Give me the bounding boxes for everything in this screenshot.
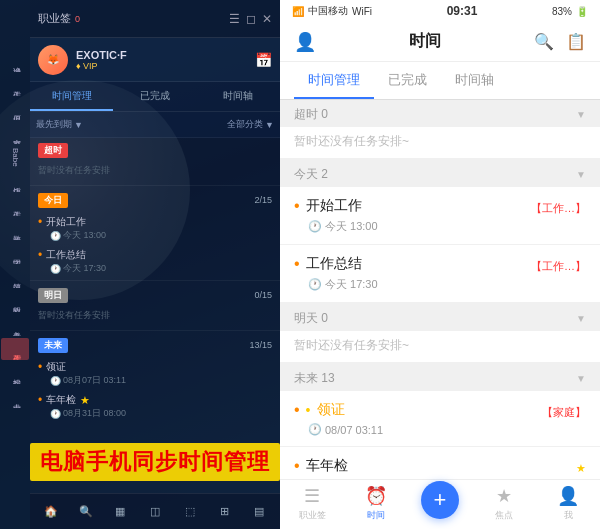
section-overtime-header: 超时 <box>30 138 280 162</box>
task-work-summary[interactable]: 工作总结 🕐 今天 17:30 <box>30 245 280 278</box>
section-future-header: 未来 13/15 <box>30 333 280 357</box>
sidebar-item-4[interactable]: Babe <box>1 146 29 168</box>
clock-icon: 🕐 <box>50 231 61 241</box>
menu-icon[interactable]: ☰ <box>229 12 240 26</box>
sidebar-item-11[interactable]: 美食 <box>1 314 29 336</box>
today-tag: 今日 <box>38 193 68 208</box>
profile-name: EXOTIC·F <box>76 49 247 61</box>
left-profile: 🦊 EXOTIC·F ♦ VIP 📅 <box>30 38 280 82</box>
r-task-license-time: 🕐 08/07 03:11 <box>294 423 586 436</box>
r-task-work-summary-row: 工作总结 【工作…】 <box>294 255 586 277</box>
tab-time-manage[interactable]: 时间管理 <box>30 82 113 111</box>
r-section-future: 未来 13 ▼ • 领证 【家庭】 🕐 08/07 03:11 车年检 <box>280 364 600 479</box>
category-filter[interactable]: 全部分类 ▼ <box>227 118 274 131</box>
task-car-inspection[interactable]: 车年检 ★ 🕐 08月31日 08:00 <box>30 390 280 423</box>
search-icon[interactable]: 🔍 <box>534 32 554 51</box>
r-task-car[interactable]: 车年检 ★ 🕐 08/31 08:00 <box>280 447 600 479</box>
r-task-work-summary[interactable]: 工作总结 【工作…】 🕐 今天 17:30 <box>280 245 600 302</box>
nav-bar: 👤 时间 🔍 📋 <box>280 22 600 62</box>
tab-timeline[interactable]: 时间轴 <box>197 82 280 111</box>
battery-pct: 83% <box>552 6 572 17</box>
sidebar-item-1[interactable]: 工作 <box>1 74 29 96</box>
sidebar-item-0[interactable]: 净城 <box>1 50 29 72</box>
sidebar-item-5[interactable]: 饭店 <box>1 170 29 192</box>
r-overtime-arrow[interactable]: ▼ <box>576 109 586 120</box>
left-bottom-menu[interactable]: ▤ <box>245 498 273 526</box>
nav-title: 时间 <box>409 31 441 52</box>
sidebar-item-13[interactable]: 我投 <box>1 362 29 384</box>
right-tab-timeline[interactable]: 时间轴 <box>441 62 508 99</box>
r-bottom-focus[interactable]: ★ 焦点 <box>479 485 529 522</box>
sidebar-item-7[interactable]: 散步 <box>1 218 29 240</box>
sidebar-item-6[interactable]: 工作 <box>1 194 29 216</box>
close-icon[interactable]: ✕ <box>262 12 272 26</box>
right-panel: 📶 中国移动 WiFi 09:31 83% 🔋 👤 时间 🔍 📋 时间管理 已完… <box>280 0 600 529</box>
calendar-icon[interactable]: 📅 <box>255 52 272 68</box>
r-task-start-work[interactable]: 开始工作 【工作…】 🕐 今天 13:00 <box>280 187 600 244</box>
task-work-summary-title: 工作总结 <box>38 248 272 262</box>
left-task-list: 超时 暂时没有任务安排 今日 2/15 开始工作 🕐 今天 13:00 <box>30 138 280 493</box>
r-today-header: 今天 2 ▼ <box>280 160 600 187</box>
r-overtime-title: 超时 0 <box>294 106 328 123</box>
r-bottom-me[interactable]: 👤 我 <box>543 485 593 522</box>
nav-avatar-icon: 👤 <box>294 31 316 53</box>
right-content: 超时 0 ▼ 暂时还没有任务安排~ 今天 2 ▼ 开始工作 【工作…】 🕐 今天… <box>280 100 600 479</box>
battery-icon: 🔋 <box>576 6 588 17</box>
star-icon: ★ <box>80 394 90 407</box>
left-bottom-grid1[interactable]: ▦ <box>106 498 134 526</box>
r-today-arrow[interactable]: ▼ <box>576 169 586 180</box>
r-section-today: 今天 2 ▼ 开始工作 【工作…】 🕐 今天 13:00 工作总结 【工作…】 <box>280 160 600 302</box>
sidebar-item-2[interactable]: 但愿 <box>1 98 29 120</box>
profile-info: EXOTIC·F ♦ VIP <box>76 49 247 71</box>
left-bottom-home[interactable]: 🏠 <box>37 498 65 526</box>
r-task-license[interactable]: • 领证 【家庭】 🕐 08/07 03:11 <box>280 391 600 446</box>
overlay-promo: 电脑手机同步时间管理 <box>30 443 280 481</box>
avatar: 🦊 <box>38 45 68 75</box>
left-bottom-search[interactable]: 🔍 <box>72 498 100 526</box>
tab-completed[interactable]: 已完成 <box>113 82 196 111</box>
r-bottom-time[interactable]: ⏰ 时间 <box>351 485 401 522</box>
sort-filter[interactable]: 最先到期 ▼ <box>36 118 83 131</box>
task-car-time: 🕐 08月31日 08:00 <box>38 407 272 420</box>
sidebar-item-14[interactable]: 专业 <box>1 386 29 408</box>
r-me-icon: 👤 <box>557 485 579 507</box>
clock-icon-2: 🕐 <box>50 264 61 274</box>
sidebar-item-12[interactable]: 工作 <box>1 338 29 360</box>
left-tabs: 时间管理 已完成 时间轴 <box>30 82 280 112</box>
future-count: 13/15 <box>249 340 272 350</box>
r-add-button[interactable]: + <box>421 481 459 519</box>
left-bottom-grid3[interactable]: ⬚ <box>176 498 204 526</box>
sidebar-item-3[interactable]: 家庭 <box>1 122 29 144</box>
r-clock-icon-3: 🕐 <box>308 423 322 436</box>
calendar-icon[interactable]: 📋 <box>566 32 586 51</box>
category-label: 全部分类 <box>227 118 263 131</box>
r-future-arrow[interactable]: ▼ <box>576 373 586 384</box>
sidebar-item-10[interactable]: 欧盟 <box>1 290 29 312</box>
task-license[interactable]: 领证 🕐 08月07日 03:11 <box>30 357 280 390</box>
left-header-icons: ☰ ◻ ✕ <box>229 12 272 26</box>
status-time: 09:31 <box>447 4 478 18</box>
grid-icon[interactable]: ◻ <box>246 12 256 26</box>
sidebar-item-9[interactable]: 笔记 <box>1 266 29 288</box>
section-tomorrow: 明日 0/15 暂时没有任务安排 <box>30 283 280 328</box>
right-tab-time-manage[interactable]: 时间管理 <box>294 62 374 99</box>
left-bottom-grid4[interactable]: ⊞ <box>210 498 238 526</box>
r-task-start-work-tag: 【工作…】 <box>531 201 586 216</box>
sort-chevron: ▼ <box>74 120 83 130</box>
right-tabs: 时间管理 已完成 时间轴 <box>280 62 600 100</box>
task-license-title: 领证 <box>38 360 272 374</box>
avatar-letter: 🦊 <box>47 54 59 65</box>
left-header-title: 职业签 0 <box>38 11 80 26</box>
signal-icon: 📶 <box>292 6 304 17</box>
left-bottom-grid2[interactable]: ◫ <box>141 498 169 526</box>
task-start-work[interactable]: 开始工作 🕐 今天 13:00 <box>30 212 280 245</box>
sidebar-item-8[interactable]: 团宝 <box>1 242 29 264</box>
r-bottom-job[interactable]: ☰ 职业签 <box>287 485 337 522</box>
r-tomorrow-arrow[interactable]: ▼ <box>576 313 586 324</box>
right-tab-completed[interactable]: 已完成 <box>374 62 441 99</box>
section-future: 未来 13/15 领证 🕐 08月07日 03:11 车年检 ★ 🕐 08月31… <box>30 333 280 423</box>
status-bar: 📶 中国移动 WiFi 09:31 83% 🔋 <box>280 0 600 22</box>
r-clock-icon: 🕐 <box>308 220 322 233</box>
left-panel: 净城 工作 但愿 家庭 Babe 饭店 工作 散步 团宝 笔记 欧盟 美食 工作… <box>0 0 280 529</box>
sort-label: 最先到期 <box>36 118 72 131</box>
